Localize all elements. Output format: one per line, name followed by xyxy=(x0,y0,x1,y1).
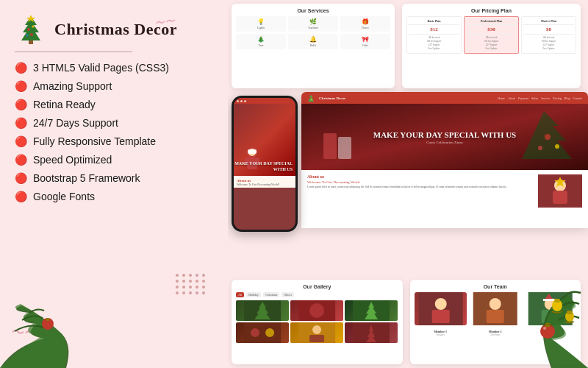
team-member-role: Designer xyxy=(415,333,467,336)
dots-decoration xyxy=(176,274,206,294)
svg-point-44 xyxy=(434,298,446,310)
gift-icon: 🎀 xyxy=(343,36,388,43)
plan-price: $12 xyxy=(409,26,459,32)
svg-rect-24 xyxy=(338,137,351,159)
svg-point-17 xyxy=(311,99,312,100)
desktop-logo-tree xyxy=(307,94,315,102)
service-item: 🎁 Decor xyxy=(340,16,390,32)
services-title: Our Services xyxy=(236,8,390,13)
svg-rect-1 xyxy=(29,40,33,44)
master-plan-col: Master Plan $8 10h hot stock 100 hot Sup… xyxy=(521,16,576,54)
gallery-tab-others[interactable]: Others xyxy=(282,292,294,297)
desktop-hero-subtitle: Come Celebration Xmas xyxy=(373,141,516,144)
desktop-mockup: Christmas Decor Home About Payment Salon… xyxy=(301,92,588,247)
service-label: Gifts xyxy=(343,43,388,47)
desktop-navbar: Christmas Decor Home About Payment Salon… xyxy=(301,92,588,104)
desktop-about-text: About us Welcome To Our Decorating World… xyxy=(307,174,532,208)
middle-mockups-row: MAKE YOUR DAY SPECIAL WITH US About us W… xyxy=(224,92,588,250)
desktop-about-sub: Welcome To Our Decorating World xyxy=(307,180,532,184)
gallery-tab-all[interactable]: All xyxy=(236,292,244,297)
svg-marker-15 xyxy=(308,95,314,102)
phone-nav xyxy=(234,98,295,104)
feature-label: Amazing Support xyxy=(33,80,112,92)
desktop-about-title: About us xyxy=(307,174,532,179)
gallery-tab-birthday[interactable]: Birthday xyxy=(246,292,261,297)
service-item: 🎄 Tree xyxy=(236,34,286,49)
service-label: Decor xyxy=(343,26,388,29)
desktop-about-image xyxy=(538,174,582,208)
pricing-columns: Basic Plan $12 10h hot stock 100 hot Sup… xyxy=(406,16,576,54)
feature-item: 🔴 Fully Responsive Template xyxy=(15,133,213,149)
price-divider xyxy=(466,24,517,25)
right-panel: Our Services 💡 Lights 🌿 Garland 🎁 Decor … xyxy=(224,0,588,368)
desktop-hero-section: MAKE YOUR DAY SPECIAL WITH US Come Celeb… xyxy=(301,104,588,170)
ornament-icon: 🔴 xyxy=(15,191,27,202)
feature-item: 🔴 Retina Ready xyxy=(15,96,213,113)
svg-point-60 xyxy=(543,327,546,330)
svg-point-20 xyxy=(545,134,551,140)
svg-rect-8 xyxy=(46,318,49,321)
basic-plan-col: Basic Plan $12 10h hot stock 100 hot Sup… xyxy=(406,16,462,54)
gallery-thumb xyxy=(345,322,398,343)
team-photo xyxy=(415,292,467,325)
ornament-icon: 🔴 xyxy=(15,80,27,92)
pricing-title: Our Pricing Plan xyxy=(406,8,576,13)
gallery-thumb xyxy=(236,322,289,343)
feature-label: Speed Optimized xyxy=(33,154,112,166)
services-grid: 💡 Lights 🌿 Garland 🎁 Decor 🎄 Tree 🔔 xyxy=(236,16,390,49)
service-label: Garland xyxy=(290,26,336,29)
top-mockups-row: Our Services 💡 Lights 🌿 Garland 🎁 Decor … xyxy=(232,4,581,88)
gallery-title: Our Gallery xyxy=(236,284,398,289)
svg-rect-27 xyxy=(553,191,567,204)
svg-point-6 xyxy=(26,35,29,37)
nav-dot xyxy=(240,100,243,102)
pricing-card: Our Pricing Plan Basic Plan $12 10h hot … xyxy=(402,4,581,88)
ornament-icon: 🔴 xyxy=(15,99,27,110)
service-item: 💡 Lights xyxy=(236,16,286,32)
feature-item: 🔴 Speed Optimized xyxy=(15,152,213,168)
phone-about-section: About us Welcome To Our Decorating World… xyxy=(234,176,295,188)
svg-rect-23 xyxy=(323,133,337,159)
desktop-about-section: About us Welcome To Our Decorating World… xyxy=(301,170,588,212)
svg-point-5 xyxy=(30,33,33,36)
feature-label: 24/7 Days Support xyxy=(33,117,118,129)
feature-item: 🔴 24/7 Days Support xyxy=(15,115,213,131)
plan-name: Master Plan xyxy=(523,19,574,23)
desktop-about-body: Lorem ipsum dolor sit amet, consectetur … xyxy=(307,185,532,189)
pine-branch-left xyxy=(0,302,118,368)
phone-hero-section: MAKE YOUR DAY SPECIAL WITH US xyxy=(234,104,295,176)
feature-label: Google Fonts xyxy=(33,191,95,202)
svg-point-4 xyxy=(32,26,35,28)
phone-body: MAKE YOUR DAY SPECIAL WITH US About us W… xyxy=(232,96,298,232)
ornament-icon: 🔴 xyxy=(15,117,27,129)
feature-item: 🔴 Google Fonts xyxy=(15,188,213,205)
feature-label: 3 HTML5 Valid Pages (CSS3) xyxy=(33,62,169,74)
desktop-hero-title: MAKE YOUR DAY SPECIAL WITH US xyxy=(373,130,516,141)
nav-dot xyxy=(244,100,246,102)
feature-item: 🔴 Amazing Support xyxy=(15,78,213,94)
service-label: Lights xyxy=(238,26,284,29)
christmas-tree-icon xyxy=(15,13,47,46)
price-divider xyxy=(409,24,459,25)
gallery-tab-christmas[interactable]: Christmas xyxy=(263,292,279,297)
plan-price: $8 xyxy=(523,26,574,32)
gallery-thumb xyxy=(345,300,398,321)
svg-point-36 xyxy=(251,328,259,337)
gallery-filter-tabs: All Birthday Christmas Others xyxy=(236,292,398,297)
gallery-grid xyxy=(236,300,398,343)
bell-icon: 🔔 xyxy=(290,36,336,43)
ornament-icon: 🔴 xyxy=(15,172,27,184)
svg-point-37 xyxy=(265,328,274,337)
svg-point-39 xyxy=(312,325,321,334)
divider-line xyxy=(15,52,132,52)
gallery-thumb xyxy=(290,322,343,343)
price-divider xyxy=(523,34,574,35)
desktop-screen: Christmas Decor Home About Payment Salon… xyxy=(301,92,588,228)
desktop-nav-links: Home About Payment Salon Service Pricing… xyxy=(498,96,582,100)
pine-branch-right xyxy=(500,280,588,368)
gallery-thumb xyxy=(236,300,289,321)
feature-item: 🔴 3 HTML5 Valid Pages (CSS3) xyxy=(15,60,213,76)
team-member: Member 1 Designer xyxy=(415,292,467,336)
plan-name: Professional Plan xyxy=(466,19,517,23)
left-panel: Christmas Decor 〜〜 🔴 3 HTML5 Valid Pages… xyxy=(0,0,228,368)
